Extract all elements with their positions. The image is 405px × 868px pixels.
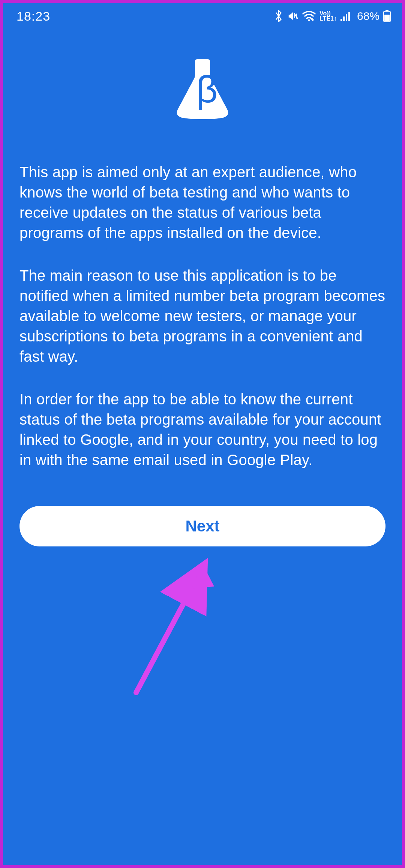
app-logo-wrap: β	[20, 59, 386, 121]
intro-paragraph-3: In order for the app to be able to know …	[20, 389, 386, 470]
onboarding-content: β This app is aimed only at an expert au…	[3, 29, 402, 865]
svg-rect-7	[348, 12, 350, 21]
wifi-icon	[302, 11, 316, 21]
beta-flask-icon: β	[174, 59, 231, 121]
battery-percent: 68%	[357, 10, 380, 22]
bluetooth-icon	[274, 10, 284, 22]
svg-rect-6	[346, 14, 347, 21]
status-right: Vo)) LTE1↑ 68%	[274, 10, 391, 22]
svg-rect-5	[343, 16, 345, 21]
svg-rect-10	[384, 15, 390, 21]
status-time: 18:23	[16, 9, 50, 24]
screen: 18:23	[3, 3, 402, 865]
battery-icon	[383, 10, 391, 22]
signal-icon	[340, 11, 352, 21]
volte-bottom: LTE1↑	[320, 15, 337, 22]
device-frame: 18:23	[0, 0, 405, 868]
mute-icon	[287, 10, 298, 22]
svg-point-3	[308, 19, 310, 21]
svg-text:β: β	[196, 68, 218, 110]
intro-paragraph-1: This app is aimed only at an expert audi…	[20, 162, 386, 243]
next-button[interactable]: Next	[20, 506, 386, 546]
status-bar: 18:23	[3, 3, 402, 29]
volte-label: Vo)) LTE1↑	[320, 11, 337, 21]
svg-rect-4	[340, 19, 342, 21]
intro-paragraph-2: The main reason to use this application …	[20, 265, 386, 367]
